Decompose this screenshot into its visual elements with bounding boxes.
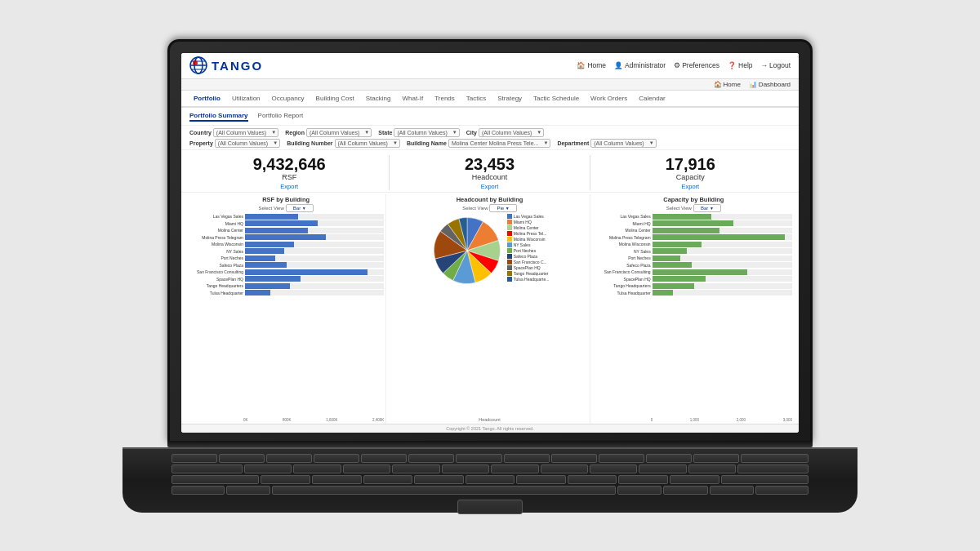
bar-track: [653, 269, 792, 275]
bar-track: [653, 214, 792, 220]
rsf-select-view-btn[interactable]: Bar ▼: [286, 204, 314, 212]
bar-row: NY Sales: [188, 248, 384, 254]
capacity-chart-controls: Select View Bar ▼: [595, 204, 792, 212]
bar-label: Tango Headquarters: [188, 283, 243, 288]
bar-fill: [245, 262, 287, 268]
tab-utilization[interactable]: Utilization: [226, 91, 266, 108]
sub-header: 🏠 Home 📊 Dashboard: [181, 79, 799, 91]
filter-city-select[interactable]: (All Column Values) ▼: [479, 128, 544, 137]
nav-help[interactable]: ❓ Help: [728, 61, 752, 69]
rsf-bar-chart: Las Vegas SalesMiami HQMolina CenterMoli…: [188, 214, 384, 417]
subheader-home[interactable]: 🏠 Home: [714, 81, 741, 88]
tab-trends[interactable]: Trends: [429, 91, 461, 108]
tab-building-cost[interactable]: Building Cost: [310, 91, 360, 108]
subheader-dashboard[interactable]: 📊 Dashboard: [749, 81, 791, 88]
bar-label: Port Neches: [595, 256, 651, 260]
headcount-chart-title: Headcount by Building: [391, 196, 587, 203]
bar-fill: [245, 256, 275, 261]
bar-fill: [245, 290, 270, 295]
keyboard-keys-area: [122, 449, 858, 498]
legend-label: Molina Center: [514, 225, 539, 230]
filter-state-label: State: [378, 130, 392, 136]
headcount-select-view-btn[interactable]: Pie ▼: [489, 204, 516, 212]
legend-item: Molina Center: [507, 225, 550, 230]
tab-tactic-schedule[interactable]: Tactic Schedule: [528, 91, 585, 108]
filter-row-1: Country (All Column Values) ▼ Region (Al…: [189, 128, 791, 137]
tab-occupancy[interactable]: Occupancy: [266, 91, 310, 108]
legend-item: SpacePlan HQ: [507, 265, 550, 270]
tab-strategy[interactable]: Strategy: [492, 91, 528, 108]
capacity-chart-title: Capacity by Building: [595, 196, 792, 203]
bar-row: Tulsa Headquarter: [595, 290, 792, 295]
legend-color: [507, 237, 512, 242]
filter-city-label: City: [466, 130, 477, 136]
tab-calendar[interactable]: Calendar: [633, 91, 670, 108]
filter-building-number-label: Building Number: [287, 140, 332, 146]
bar-label: Molina Press Telegram: [188, 235, 243, 240]
laptop-container: TANGO 🏠 Home 👤 Administrator ⚙ Preferenc…: [122, 39, 858, 513]
nav-admin[interactable]: 👤 Administrator: [614, 61, 666, 69]
touchpad[interactable]: [457, 500, 523, 514]
svg-point-6: [193, 60, 198, 65]
bar-row: Miami HQ: [595, 220, 792, 226]
tab-work-orders[interactable]: Work Orders: [585, 91, 633, 108]
tab-portfolio[interactable]: Portfolio: [188, 91, 226, 108]
rsf-chart-panel: RSF by Building Select View Bar ▼ Las Ve…: [186, 194, 386, 424]
nav-preferences[interactable]: ⚙ Preferences: [674, 61, 719, 69]
legend-label: Molina Wisconsin: [514, 237, 546, 242]
legend-color: [507, 260, 512, 264]
metric-capacity-export[interactable]: Export: [681, 183, 699, 190]
bar-row: NY Sales: [595, 248, 792, 254]
filter-building-number: Building Number (All Column Values) ▼: [287, 139, 400, 148]
subtab-portfolio-summary[interactable]: Portfolio Summary: [189, 111, 248, 122]
bar-track: [245, 242, 384, 247]
filter-property: Property (All Column Values) ▼: [189, 139, 280, 148]
nav-home[interactable]: 🏠 Home: [577, 61, 606, 69]
metric-capacity-value: 17,916: [666, 155, 715, 173]
bar-label: Tango Headquarters: [595, 283, 651, 288]
filter-state-select[interactable]: (All Column Values) ▼: [394, 128, 459, 137]
filter-department-select[interactable]: (All Column Values) ▼: [590, 139, 656, 148]
headcount-x-label: Headcount: [391, 417, 587, 422]
bar-row: Tulsa Headquarter: [188, 290, 384, 295]
bar-row: Las Vegas Sales: [595, 214, 792, 220]
tab-stacking[interactable]: Stacking: [360, 91, 397, 108]
legend-label: Miami HQ: [514, 220, 532, 224]
capacity-select-view-btn[interactable]: Bar ▼: [693, 204, 721, 212]
help-icon: ❓: [728, 61, 737, 69]
capacity-select-view-label: Select View: [666, 206, 692, 211]
tab-what-if[interactable]: What-If: [396, 91, 429, 108]
metric-capacity: 17,916 Capacity Export: [590, 155, 791, 190]
filter-building-name-select[interactable]: Molina Center Molina Press Tele... ▼: [448, 139, 550, 148]
bar-row: SpacePlan HQ: [188, 276, 384, 282]
legend-label: Tulsa Headquarte...: [514, 277, 550, 282]
legend-color: [507, 254, 512, 259]
filter-building-name-label: Building Name: [407, 140, 447, 146]
filter-region-select[interactable]: (All Column Values) ▼: [306, 128, 372, 137]
tab-tactics[interactable]: Tactics: [461, 91, 492, 108]
preferences-icon: ⚙: [674, 61, 680, 69]
filter-country-select[interactable]: (All Column Values) ▼: [213, 128, 278, 137]
nav-logout[interactable]: → Logout: [761, 61, 791, 69]
bar-row: Molina Wisconsin: [188, 242, 384, 247]
bar-fill: [653, 276, 706, 282]
filters-area: Country (All Column Values) ▼ Region (Al…: [181, 126, 799, 150]
headcount-pie-area: Las Vegas SalesMiami HQMolina CenterMoli…: [391, 214, 587, 416]
bar-label: San Francisco Consulting: [188, 269, 243, 274]
legend-color: [507, 214, 512, 219]
bar-fill: [245, 283, 290, 289]
filter-property-select[interactable]: (All Column Values) ▼: [215, 139, 280, 148]
filter-building-number-select[interactable]: (All Column Values) ▼: [335, 139, 400, 148]
subtab-portfolio-report[interactable]: Portfolio Report: [258, 111, 304, 122]
legend-label: San Francisco C...: [514, 260, 547, 264]
bar-label: Molina Wisconsin: [595, 242, 651, 247]
bar-track: [653, 256, 792, 261]
legend-color: [507, 248, 512, 253]
metric-headcount-export[interactable]: Export: [481, 183, 499, 190]
bar-row: Molina Center: [188, 228, 384, 233]
rsf-chart-title: RSF by Building: [188, 196, 384, 203]
bar-track: [245, 248, 384, 254]
metric-rsf-export[interactable]: Export: [280, 183, 298, 190]
screen: TANGO 🏠 Home 👤 Administrator ⚙ Preferenc…: [181, 53, 799, 433]
tango-logo-icon: [189, 56, 207, 74]
